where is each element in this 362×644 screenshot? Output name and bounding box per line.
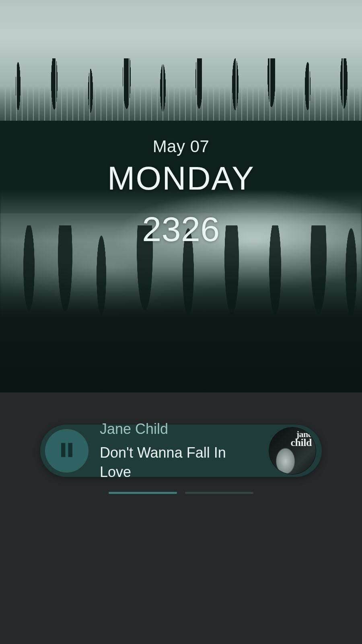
track-title: Don't Wanna Fall In Love — [100, 443, 257, 482]
pause-icon — [58, 442, 75, 460]
svg-rect-1 — [68, 443, 73, 457]
track-info: Jane Child Don't Wanna Fall In Love — [100, 419, 257, 482]
album-art-text-line2: Child — [291, 438, 312, 447]
clock-widget[interactable]: May 07 MONDAY 2326 — [0, 137, 362, 249]
time-label: 2326 — [0, 209, 362, 249]
album-art-text: jane Child — [291, 431, 312, 447]
date-label: May 07 — [0, 137, 362, 156]
track-artist: Jane Child — [100, 419, 257, 439]
wallpaper-background: May 07 MONDAY 2326 — [0, 0, 362, 392]
album-art[interactable]: jane Child — [269, 427, 316, 475]
treeline-near — [0, 225, 362, 392]
page-dot-2[interactable] — [185, 492, 253, 494]
day-label: MONDAY — [0, 159, 362, 197]
play-pause-button[interactable] — [45, 429, 88, 473]
svg-rect-0 — [61, 443, 66, 457]
music-widget[interactable]: Jane Child Don't Wanna Fall In Love jane… — [40, 425, 322, 477]
page-indicator[interactable] — [0, 492, 362, 494]
page-dot-1[interactable] — [109, 492, 177, 494]
